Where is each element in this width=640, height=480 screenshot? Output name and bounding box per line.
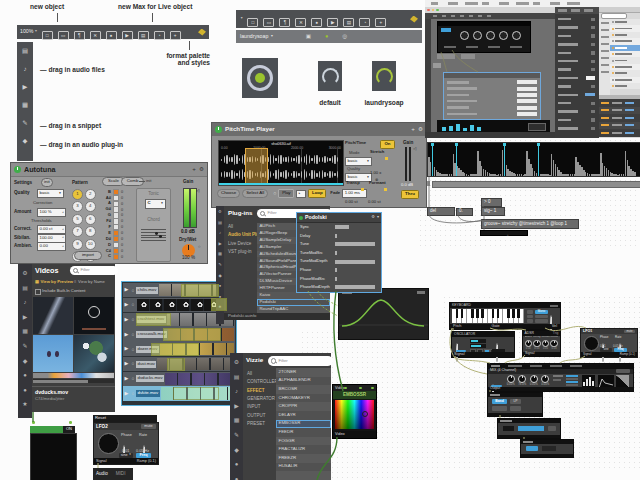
tab-view-by-preview[interactable]: ▦View by Preview [35, 280, 73, 285]
play-icon[interactable]: ▶ [123, 376, 130, 382]
snippet-icon[interactable]: ✎ [22, 343, 27, 350]
playlist-row[interactable]: ▶ ○ countdown.mov [123, 298, 235, 312]
play-icon[interactable]: ▶ [123, 346, 130, 352]
piano-keyboard[interactable] [452, 309, 524, 323]
reset-bar[interactable]: Reset [93, 415, 157, 422]
black-key[interactable] [492, 309, 495, 318]
cue-marker[interactable] [432, 143, 433, 176]
mute-button[interactable]: mute [141, 424, 156, 429]
playbar-icon[interactable]: ▶ [122, 31, 133, 40]
dial-icon[interactable]: ◔ [359, 18, 370, 27]
black-key[interactable] [507, 309, 510, 318]
option-chip[interactable] [527, 315, 533, 319]
tab-view-by-name[interactable]: ≡View by Name [74, 280, 105, 285]
patcher-icon[interactable]: ▤ [234, 374, 240, 381]
image-icon[interactable]: ▦ [22, 101, 28, 108]
module-title-bar[interactable]: EMBOSSR [333, 391, 376, 399]
stage-value[interactable]: 0.00 [552, 348, 557, 351]
object-box-del[interactable]: del [427, 207, 455, 216]
waveform-scroll-line[interactable] [219, 183, 343, 185]
vizzie-list-item[interactable]: CROPPR [276, 402, 331, 411]
audio-file-icon[interactable]: ♪ [23, 65, 26, 72]
knob-default[interactable] [318, 61, 342, 91]
vizzie-list-item[interactable]: BRCOSR [276, 385, 331, 394]
gain-slider-handle[interactable]: ◁ [196, 189, 199, 194]
playbar-icon[interactable]: ▶ [23, 83, 28, 90]
gain-slider-handle[interactable]: ◁ [413, 147, 416, 152]
live-dial-large[interactable] [242, 58, 278, 98]
window-header[interactable]: Podolski ⚙ ▾ [297, 213, 381, 223]
snippet-icon[interactable]: ✎ [22, 119, 27, 126]
add-icon[interactable]: + [192, 166, 196, 173]
toggle-icon[interactable]: ✕ [90, 31, 101, 40]
stage-knob[interactable] [542, 340, 549, 347]
knob-laundrysoap[interactable] [372, 61, 396, 91]
patcher-icon[interactable]: ▤ [22, 285, 28, 292]
band-button[interactable]: Band [492, 399, 507, 404]
note-value[interactable]: 0 [121, 237, 123, 241]
ring-icon[interactable]: ◎ [342, 33, 347, 39]
param-row[interactable]: Tune [297, 240, 381, 249]
device-power-icon[interactable] [215, 126, 222, 133]
play-icon[interactable]: ▶ [123, 332, 130, 338]
vizzie-list-item[interactable]: HUSALIR [276, 463, 331, 472]
note-value[interactable]: 0 [121, 219, 123, 223]
add-icon[interactable]: + [375, 18, 386, 27]
tab-audio[interactable]: Audio [96, 471, 108, 476]
init-button[interactable]: init [41, 178, 53, 187]
black-key[interactable] [471, 309, 474, 318]
wrench-icon[interactable]: ⚙ [371, 215, 375, 220]
playlist-row[interactable]: ▶ ○ dvducks.mov [123, 372, 235, 386]
category-item[interactable]: Audio Unit Plug-in [225, 231, 257, 239]
search-input[interactable]: Filter [70, 266, 118, 275]
filtergraph-panel[interactable] [338, 288, 429, 340]
dot1-icon[interactable]: ● [23, 372, 27, 379]
vizzie-list-item[interactable]: ALPHABLENDR [276, 377, 331, 386]
video-thumbnail[interactable] [74, 335, 114, 372]
lfo-main-knob[interactable] [98, 433, 119, 454]
waveform-scrollbar[interactable] [432, 181, 640, 188]
param-slider[interactable] [335, 251, 337, 255]
note-value[interactable]: 0 [121, 243, 123, 247]
category-item[interactable]: INPUT [244, 404, 276, 412]
note-value[interactable]: 0 [121, 208, 123, 212]
media-icon[interactable]: ▶ [234, 403, 239, 410]
clip-selection-overlay[interactable] [173, 387, 219, 400]
stage-value[interactable]: 0.00 [534, 348, 539, 351]
playlist-row[interactable]: ▶ ○ dozer.mov [123, 342, 235, 356]
stage-value[interactable]: 0.00 [543, 348, 548, 351]
param-slider[interactable] [335, 277, 337, 281]
clip-selection-overlay[interactable] [151, 343, 199, 356]
note-value[interactable]: 0 [121, 255, 123, 259]
param-slider[interactable] [335, 260, 375, 264]
play-icon[interactable]: ▶ [123, 317, 130, 323]
amount-value[interactable]: 100 % [37, 208, 66, 217]
param-slider[interactable] [335, 242, 375, 246]
gear-icon[interactable]: ⚙ [418, 126, 423, 132]
audio-icon[interactable]: ♪ [235, 388, 238, 395]
favorites-icon[interactable]: ★ [22, 401, 27, 408]
toolbox-icon[interactable]: ▤ [22, 47, 28, 54]
clip-selection-overlay[interactable] [167, 358, 185, 371]
category-item[interactable]: All [244, 370, 276, 378]
zoom-dropdown-icon[interactable]: ▼ [240, 17, 243, 21]
inlet-dot[interactable] [359, 387, 362, 390]
number-box[interactable] [503, 426, 514, 431]
clip-selection-overlay[interactable] [181, 284, 219, 297]
black-key[interactable] [476, 309, 479, 318]
pattern-cell[interactable]: 1 [72, 189, 83, 200]
category-item[interactable]: CONTROLLER [244, 378, 276, 386]
play-icon[interactable]: ▶ [123, 302, 130, 308]
channel-knob[interactable] [530, 375, 538, 383]
note-value[interactable]: 0 [121, 190, 123, 194]
playbar-icon[interactable]: ▶ [327, 18, 338, 27]
menu-icon[interactable]: ▾ [377, 215, 379, 220]
plugin-list-item[interactable]: Podolski [257, 299, 330, 306]
search-input[interactable]: Filter [268, 356, 333, 366]
vizzie-list-item[interactable]: FREEZR [276, 454, 331, 463]
freq-button[interactable]: Freq [614, 348, 627, 352]
lfo-main-knob[interactable] [584, 336, 599, 351]
dot2-icon[interactable]: ● [235, 476, 239, 480]
cue-marker[interactable] [504, 143, 505, 176]
plugin-icon[interactable]: ◆ [23, 358, 28, 365]
